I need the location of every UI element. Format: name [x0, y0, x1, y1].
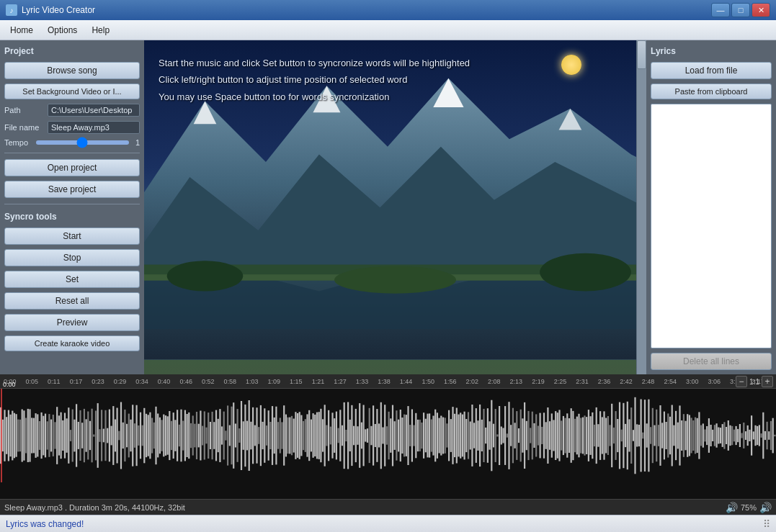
svg-rect-210: [378, 423, 380, 447]
svg-rect-315: [582, 418, 584, 454]
tempo-row: Tempo 1: [4, 138, 140, 147]
svg-rect-340: [630, 407, 632, 464]
svg-rect-134: [231, 407, 232, 465]
svg-rect-328: [607, 416, 609, 455]
svg-rect-296: [545, 422, 547, 449]
timeline-marker: 2:13: [509, 378, 532, 385]
svg-rect-314: [580, 418, 581, 454]
svg-rect-65: [97, 403, 99, 468]
svg-rect-145: [252, 407, 254, 464]
tempo-slider[interactable]: [36, 140, 129, 145]
svg-rect-387: [722, 424, 723, 447]
svg-rect-276: [507, 433, 508, 437]
path-row: Path C:\Users\User\Desktop: [4, 104, 140, 117]
menu-home[interactable]: Home: [3, 22, 40, 38]
svg-rect-282: [518, 428, 519, 443]
svg-rect-247: [450, 419, 452, 452]
open-project-button[interactable]: Open project: [4, 159, 140, 176]
svg-rect-72: [111, 426, 112, 446]
stop-button[interactable]: Stop: [4, 249, 140, 266]
svg-rect-205: [369, 408, 370, 463]
svg-rect-355: [659, 405, 661, 466]
svg-rect-126: [215, 410, 217, 461]
svg-rect-236: [429, 413, 430, 457]
svg-rect-377: [703, 423, 704, 447]
svg-rect-49: [66, 418, 68, 453]
svg-rect-341: [633, 430, 634, 441]
svg-rect-181: [322, 419, 324, 451]
svg-rect-40: [48, 414, 50, 457]
timeline-marker: 2:31: [575, 378, 597, 385]
reset-all-button[interactable]: Reset all: [4, 292, 140, 310]
zoom-out-button[interactable]: −: [736, 376, 747, 387]
svg-rect-305: [563, 416, 564, 455]
svg-rect-24: [17, 420, 19, 452]
svg-rect-337: [625, 424, 626, 447]
svg-rect-292: [538, 426, 539, 446]
svg-rect-119: [202, 426, 203, 446]
svg-rect-76: [118, 431, 120, 441]
svg-rect-157: [275, 407, 277, 465]
svg-rect-309: [571, 408, 572, 463]
svg-rect-170: [300, 415, 302, 456]
save-project-button[interactable]: Save project: [4, 181, 140, 198]
svg-rect-110: [184, 410, 186, 461]
svg-rect-227: [411, 410, 413, 462]
svg-rect-69: [104, 410, 106, 461]
svg-rect-75: [117, 408, 118, 464]
svg-rect-405: [757, 426, 758, 445]
svg-rect-392: [731, 426, 733, 445]
svg-rect-43: [54, 422, 55, 448]
svg-rect-334: [619, 402, 620, 469]
browse-song-button[interactable]: Browse song: [4, 62, 140, 79]
svg-rect-239: [434, 410, 436, 462]
video-preview: Start the music and click Set button to …: [144, 40, 646, 374]
svg-rect-194: [347, 402, 349, 469]
svg-rect-385: [718, 428, 719, 444]
minimize-button[interactable]: —: [711, 3, 730, 17]
svg-rect-30: [29, 409, 30, 461]
menu-options[interactable]: Options: [40, 22, 84, 38]
preview-scrollbar[interactable]: [636, 40, 646, 374]
svg-rect-293: [540, 413, 541, 459]
start-button[interactable]: Start: [4, 227, 140, 245]
delete-all-lines-button[interactable]: Delete all lines: [651, 353, 772, 370]
timeline-marker: 1:38: [377, 378, 399, 385]
preview-button[interactable]: Preview: [4, 314, 140, 331]
timeline-marker: 0:11: [47, 378, 69, 385]
svg-rect-83: [132, 405, 133, 466]
svg-rect-412: [770, 421, 772, 450]
svg-rect-177: [314, 415, 316, 456]
svg-rect-192: [344, 402, 345, 469]
create-karaoke-button[interactable]: Create karaoke video: [4, 335, 140, 351]
lyrics-textarea[interactable]: [651, 104, 772, 348]
filename-value: Sleep Away.mp3: [48, 121, 140, 134]
paste-from-clipboard-button[interactable]: Paste from clipboard: [651, 84, 772, 99]
menu-help[interactable]: Help: [84, 22, 117, 38]
close-button[interactable]: ✕: [752, 3, 770, 17]
resize-handle[interactable]: ⠿: [763, 518, 770, 530]
svg-rect-176: [313, 413, 314, 458]
set-button[interactable]: Set: [4, 271, 140, 288]
svg-rect-195: [349, 420, 351, 451]
svg-rect-59: [86, 419, 87, 451]
svg-rect-346: [642, 433, 643, 439]
zoom-in-button[interactable]: +: [762, 376, 773, 387]
svg-rect-242: [440, 416, 442, 456]
svg-rect-70: [107, 428, 108, 443]
svg-rect-151: [264, 408, 265, 463]
load-from-file-button[interactable]: Load from file: [651, 62, 772, 79]
svg-rect-299: [551, 413, 553, 457]
svg-rect-394: [736, 426, 737, 445]
waveform-canvas[interactable]: [0, 389, 776, 499]
instruction-line-2: Click left/right button to adjust time p…: [159, 71, 470, 88]
svg-rect-123: [210, 422, 211, 449]
maximize-button[interactable]: □: [731, 3, 750, 17]
svg-rect-400: [747, 425, 749, 446]
path-value: C:\Users\User\Desktop: [48, 104, 140, 117]
set-background-button[interactable]: Set Background Video or I...: [4, 84, 140, 99]
svg-rect-200: [359, 403, 360, 468]
svg-rect-306: [565, 418, 566, 454]
svg-rect-169: [299, 412, 300, 459]
preview-scroll-thumb[interactable]: [637, 40, 646, 69]
